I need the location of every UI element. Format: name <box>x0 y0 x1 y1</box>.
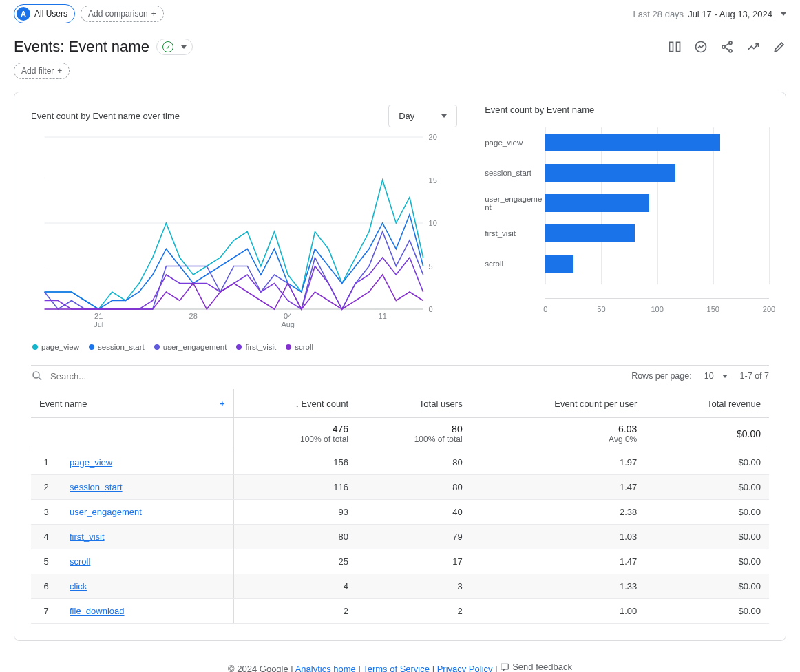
bar-fill <box>545 134 719 151</box>
plus-icon: + <box>57 66 62 76</box>
add-filter-label: Add filter <box>21 66 54 76</box>
cell-per-user: 1.97 <box>471 450 646 475</box>
event-name-link[interactable]: scroll <box>61 549 233 574</box>
table-row: 4first_visit80791.03$0.00 <box>31 525 769 549</box>
feedback-icon <box>500 662 509 672</box>
bar-chart-title: Event count by Event name <box>485 105 769 115</box>
line-chart-panel: Event count by Event name over time Day … <box>31 105 457 351</box>
cell-total-users: 3 <box>357 574 471 599</box>
segment-pill-all-users[interactable]: A All Users <box>14 4 75 23</box>
svg-text:20: 20 <box>429 133 437 141</box>
trend-icon[interactable] <box>746 40 760 54</box>
th-per-user[interactable]: Event count per user <box>471 389 646 418</box>
table-section: Rows per page: 10 1-7 of 7 Event name + <box>31 365 769 624</box>
rows-per-page-select[interactable]: 10 <box>704 371 728 381</box>
add-comparison-button[interactable]: Add comparison + <box>81 6 164 22</box>
bar-label: user_engagement <box>485 195 545 211</box>
legend-item[interactable]: scroll <box>286 343 313 351</box>
bar-fill <box>545 224 635 242</box>
add-filter-button[interactable]: Add filter + <box>14 63 70 79</box>
cell-total-users: 2 <box>357 599 471 624</box>
event-name-link[interactable]: click <box>61 574 233 599</box>
svg-text:5: 5 <box>429 262 433 271</box>
share-icon[interactable] <box>720 40 734 54</box>
filter-row: Add filter + <box>0 59 800 92</box>
event-name-link[interactable]: file_download <box>61 599 233 624</box>
search-input[interactable] <box>50 371 188 381</box>
cell-per-user: 2.38 <box>471 500 646 525</box>
bar-fill <box>545 164 675 182</box>
bar-fill <box>545 255 573 273</box>
table-search[interactable] <box>31 370 188 382</box>
topbar: A All Users Add comparison + Last 28 day… <box>0 0 800 28</box>
time-unit-select[interactable]: Day <box>388 105 457 127</box>
cell-total-users: 79 <box>357 525 471 549</box>
title-row: Events: Event name ✓ <box>0 28 800 59</box>
th-event-name[interactable]: Event name + <box>31 389 233 418</box>
svg-text:Aug: Aug <box>281 320 295 328</box>
plus-icon: + <box>151 9 156 19</box>
cell-event-count: 2 <box>233 599 357 624</box>
th-revenue[interactable]: Total revenue <box>645 389 769 418</box>
add-dimension-icon[interactable]: + <box>220 399 225 409</box>
bar-track <box>545 134 769 151</box>
total-event-count: 476100% of total <box>233 418 357 450</box>
bar-track <box>545 164 769 182</box>
cell-total-users: 17 <box>357 549 471 574</box>
bar-track <box>545 194 769 212</box>
segment-badge-letter: A <box>17 7 30 21</box>
table-controls: Rows per page: 10 1-7 of 7 <box>31 365 769 389</box>
line-chart-legend: page_view session_start user_engagement … <box>31 343 457 351</box>
topbar-left: A All Users Add comparison + <box>14 4 164 23</box>
legend-item[interactable]: first_visit <box>236 343 276 351</box>
rows-per-page-value: 10 <box>704 371 714 381</box>
bar-label: page_view <box>485 138 545 147</box>
footer-link-analytics-home[interactable]: Analytics home <box>295 664 356 673</box>
table-row: 1page_view156801.97$0.00 <box>31 450 769 475</box>
svg-text:21: 21 <box>94 312 103 320</box>
chevron-down-icon <box>181 45 187 49</box>
compare-icon[interactable] <box>668 40 682 54</box>
cell-revenue: $0.00 <box>645 525 769 549</box>
date-range-picker[interactable]: Last 28 days Jul 17 - Aug 13, 2024 <box>633 9 786 19</box>
legend-item[interactable]: user_engagement <box>154 343 227 351</box>
status-chip[interactable]: ✓ <box>156 39 193 55</box>
event-name-link[interactable]: page_view <box>61 450 233 475</box>
bar-track <box>545 255 769 273</box>
line-chart: 0510152021Jul2804Aug11 <box>31 130 457 337</box>
svg-point-23 <box>33 372 39 378</box>
insights-icon[interactable] <box>694 40 708 54</box>
footer-link-privacy[interactable]: Privacy Policy <box>437 664 493 673</box>
event-name-link[interactable]: user_engagement <box>61 500 233 525</box>
cell-total-users: 80 <box>357 475 471 500</box>
svg-text:15: 15 <box>429 176 437 185</box>
search-icon <box>31 370 43 382</box>
segment-pill-label: All Users <box>34 9 67 19</box>
row-index: 5 <box>31 549 61 574</box>
th-total-users[interactable]: Total users <box>357 389 471 418</box>
cell-revenue: $0.00 <box>645 475 769 500</box>
chevron-down-icon <box>781 12 786 16</box>
row-index: 6 <box>31 574 61 599</box>
send-feedback-link[interactable]: Send feedback <box>500 662 572 672</box>
svg-rect-1 <box>677 42 680 51</box>
edit-icon[interactable] <box>772 40 786 54</box>
legend-item[interactable]: page_view <box>32 343 79 351</box>
legend-item[interactable]: session_start <box>89 343 145 351</box>
cell-per-user: 1.47 <box>471 475 646 500</box>
time-unit-value: Day <box>399 111 414 121</box>
footer-link-tos[interactable]: Terms of Service <box>363 664 430 673</box>
total-per-user: 6.03Avg 0% <box>471 418 646 450</box>
row-index: 3 <box>31 500 61 525</box>
svg-rect-0 <box>670 42 673 51</box>
svg-text:Jul: Jul <box>94 320 103 328</box>
th-event-count[interactable]: ↓Event count <box>233 389 357 418</box>
table-row: 2session_start116801.47$0.00 <box>31 475 769 500</box>
bar-fill <box>545 194 649 212</box>
event-name-link[interactable]: first_visit <box>61 525 233 549</box>
cell-revenue: $0.00 <box>645 450 769 475</box>
cell-event-count: 156 <box>233 450 357 475</box>
event-name-link[interactable]: session_start <box>61 475 233 500</box>
row-index: 1 <box>31 450 61 475</box>
cell-revenue: $0.00 <box>645 500 769 525</box>
